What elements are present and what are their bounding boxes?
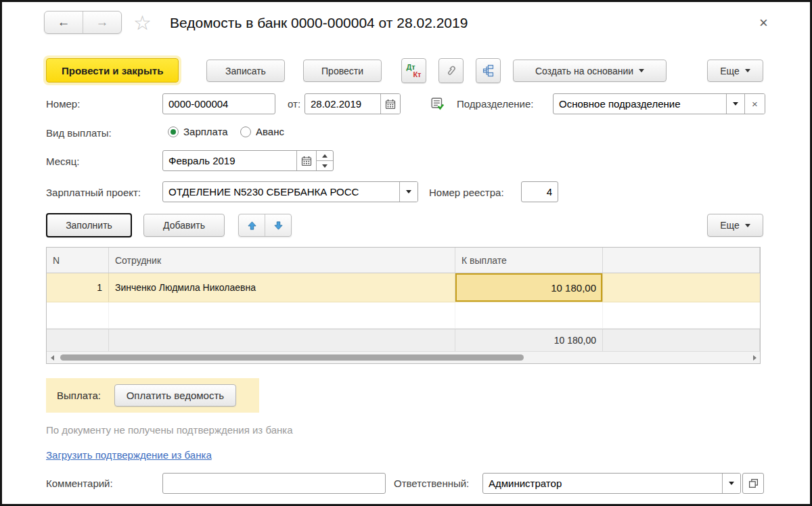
move-up-button[interactable] [239,214,265,236]
table-more-button[interactable]: Еще [707,214,763,237]
salary-project-value[interactable]: ОТДЕЛЕНИЕ N5230 СБЕРБАНКА РОСС [163,182,399,202]
empty-cell [47,302,109,328]
chevron-down-icon [406,190,411,193]
scroll-right-icon [753,355,757,361]
write-button[interactable]: Записать [206,60,285,82]
salary-project-label: Зарплатный проект: [46,187,141,198]
responsible-label: Ответственный: [394,478,469,489]
table-header-row: N Сотрудник К выплате [47,248,760,273]
registry-number-label: Номер реестра: [429,187,504,198]
column-header-spacer [603,248,760,273]
document-posted-icon[interactable] [430,96,445,111]
empty-cell [109,302,455,328]
move-row-group [238,214,292,237]
amount-cell-selected[interactable]: 10 180,00 [455,273,603,302]
radio-selected-icon [168,127,179,137]
responsible-dropdown-button[interactable] [722,474,740,493]
department-field[interactable]: Основное подразделение × [553,93,765,114]
month-label: Месяц: [46,156,79,167]
scroll-right-button[interactable] [749,352,760,363]
forward-button[interactable]: → [83,12,121,33]
salary-project-field[interactable]: ОТДЕЛЕНИЕ N5230 СБЕРБАНКА РОСС [162,181,418,202]
responsible-field[interactable]: Администратор [482,473,741,494]
create-based-on-button[interactable]: Создать на основании [513,60,667,82]
chevron-down-icon [745,224,750,227]
post-button[interactable]: Провести [303,60,382,82]
scrollbar-thumb[interactable] [60,354,524,361]
scrollbar-track[interactable] [58,354,749,361]
load-confirmation-link[interactable]: Загрузить подтверждение из банка [46,449,212,461]
employee-cell[interactable]: Зинченко Людмила Николаевна [109,273,455,302]
registry-number-input[interactable] [521,181,558,202]
favorite-star-icon[interactable]: ☆ [133,13,152,33]
comment-input[interactable] [162,473,386,494]
pay-statement-button[interactable]: Оплатить ведомость [114,384,236,407]
payment-label: Выплата: [57,390,101,401]
number-label: Номер: [46,98,80,110]
calendar-icon [385,99,396,110]
move-down-button[interactable] [265,214,291,236]
scroll-left-button[interactable] [47,352,58,363]
spinner-up-button[interactable] [317,151,333,161]
close-icon[interactable]: × [759,16,768,30]
date-label: от: [288,98,300,110]
toolbar-more-button[interactable]: Еще [707,60,763,82]
month-field[interactable]: Февраль 2019 [162,150,334,171]
radio-salary[interactable]: Зарплата [168,126,228,137]
department-value[interactable]: Основное подразделение [554,94,726,114]
month-value[interactable]: Февраль 2019 [163,151,296,170]
radio-unselected-icon [240,127,251,137]
table-total-row: 10 180,00 [47,329,760,351]
forward-icon: → [96,15,109,30]
back-icon: ← [58,15,70,30]
related-documents-icon [482,64,495,77]
chevron-down-icon [639,69,644,72]
table-row[interactable]: 1 Зинченко Людмила Николаевна 10 180,00 [47,273,760,302]
add-row-button[interactable]: Добавить [143,214,225,237]
month-calendar-button[interactable] [296,151,316,170]
total-amount: 10 180,00 [455,329,603,351]
spinner-up-icon [322,154,328,158]
dt-kt-icon: ДтКт [407,64,422,78]
related-documents-button[interactable] [476,58,501,83]
radio-salary-label: Зарплата [183,126,228,137]
calendar-button[interactable] [380,94,400,114]
column-header-n[interactable]: N [47,248,109,273]
attachments-button[interactable] [438,58,464,83]
chevron-down-icon [733,102,738,106]
dt-kt-postings-button[interactable]: ДтКт [401,58,426,83]
open-in-window-icon [748,478,759,488]
month-spinner[interactable] [316,151,333,170]
row-number-cell[interactable]: 1 [47,273,109,302]
radio-advance[interactable]: Аванс [240,126,284,137]
department-label: Подразделение: [457,98,533,110]
column-header-amount[interactable]: К выплате [455,248,603,273]
scroll-left-icon [51,355,54,361]
employees-table: N Сотрудник К выплате 1 Зинченко Людмила… [46,247,761,364]
chevron-down-icon [729,482,734,485]
back-button[interactable]: ← [45,12,83,33]
responsible-value[interactable]: Администратор [483,474,722,493]
move-up-icon [247,221,257,231]
date-value[interactable]: 28.02.2019 [305,94,380,114]
spinner-down-icon [322,164,328,168]
total-spacer [47,329,109,351]
table-empty-row[interactable] [47,302,760,329]
department-clear-button[interactable]: × [744,94,765,114]
responsible-open-button[interactable] [742,473,764,494]
payment-panel: Выплата: Оплатить ведомость [46,378,259,413]
number-input[interactable] [162,93,275,114]
date-field[interactable]: 28.02.2019 [304,93,401,114]
total-spacer [603,329,760,351]
clear-icon: × [752,98,758,110]
row-spacer-cell[interactable] [603,273,760,302]
spinner-down-button[interactable] [317,161,333,170]
post-and-close-button[interactable]: Провести и закрыть [46,58,179,83]
department-dropdown-button[interactable] [726,94,744,114]
move-down-icon [273,221,284,231]
horizontal-scrollbar[interactable] [47,351,760,363]
column-header-employee[interactable]: Сотрудник [109,248,455,273]
salary-project-dropdown-button[interactable] [399,182,418,202]
empty-cell [603,302,760,328]
fill-button[interactable]: Заполнить [46,213,132,237]
